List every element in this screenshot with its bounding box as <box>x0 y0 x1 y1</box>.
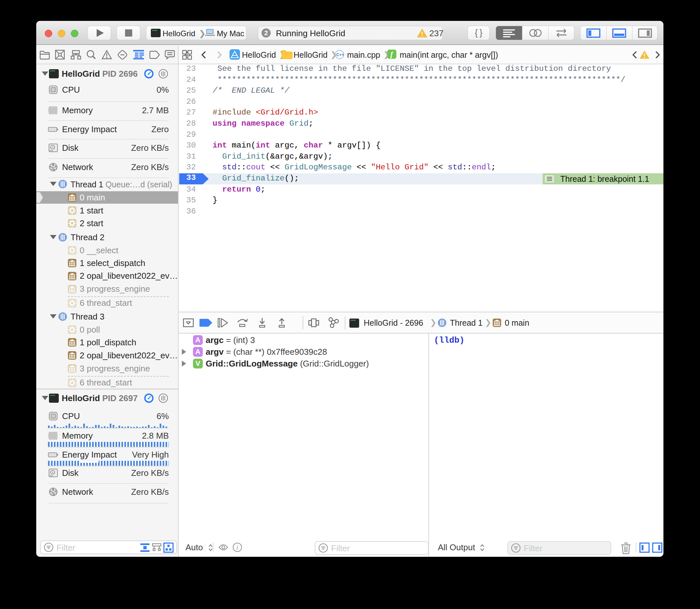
svg-text:i: i <box>236 544 238 551</box>
svg-text:C++: C++ <box>336 53 344 57</box>
